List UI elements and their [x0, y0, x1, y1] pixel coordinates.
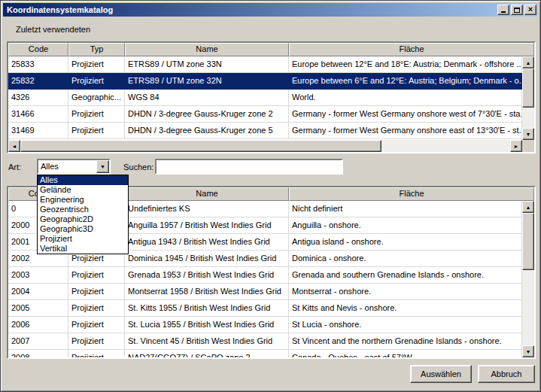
table-row[interactable]: 2004 Projiziert Montserrat 1958 / Britis… — [8, 284, 522, 300]
scroll-thumb[interactable] — [522, 68, 534, 108]
recent-table-body: 25833 Projiziert ETRS89 / UTM zone 33N E… — [8, 56, 534, 140]
cell-name: Anguilla 1957 / British West Indies Grid — [125, 217, 289, 234]
close-button[interactable]: × — [524, 5, 536, 15]
scroll-up-button[interactable]: ▲ — [522, 56, 534, 68]
recent-column-header-name[interactable]: Name — [125, 43, 289, 56]
catalog-vertical-scrollbar[interactable]: ▲ ▼ — [522, 201, 534, 357]
scroll-track[interactable] — [522, 108, 534, 128]
cell-typ: Projiziert — [68, 300, 125, 317]
recent-column-header-flaeche[interactable]: Fläche — [289, 43, 534, 56]
table-row[interactable]: 2006 Projiziert St. Lucia 1955 / British… — [8, 317, 522, 333]
cell-name: ETRS89 / UTM zone 32N — [125, 73, 289, 90]
close-icon: × — [528, 5, 533, 14]
scrollbar-corner — [522, 140, 534, 152]
recent-table: Code Typ Name Fläche 25833 Projiziert ET… — [7, 41, 536, 153]
dropdown-option[interactable]: Vertikal — [38, 244, 128, 254]
arrow-down-icon: ▼ — [526, 349, 531, 354]
cell-typ: Projiziert — [68, 73, 125, 90]
art-filter-combobox[interactable]: Alles ▼ — [37, 159, 111, 175]
scroll-down-button[interactable]: ▼ — [522, 128, 534, 140]
dropdown-option[interactable]: Alles — [38, 175, 128, 185]
select-button[interactable]: Auswählen — [410, 365, 472, 383]
cell-name: St. Vincent 45 / British West Indies Gri… — [125, 333, 289, 350]
cell-flaeche: Grenada and southern Grenadine Islands -… — [289, 267, 522, 284]
cell-code: 2006 — [8, 317, 68, 333]
art-filter-dropdown-list: AllesGeländeEngineeringGeozentrischGeogr… — [37, 175, 129, 254]
maximize-button[interactable] — [511, 5, 523, 15]
table-row[interactable]: 4326 Geographic... WGS 84 World. — [8, 90, 522, 106]
cell-code: 2008 — [8, 350, 68, 357]
search-label: Suchen: — [123, 163, 153, 172]
dropdown-option[interactable]: Projiziert — [38, 234, 128, 244]
minimize-icon — [501, 11, 506, 13]
cell-typ: Projiziert — [68, 267, 125, 284]
cell-flaeche: Dominica - onshore. — [289, 251, 522, 267]
cell-typ: Projiziert — [68, 317, 125, 333]
scroll-up-button[interactable]: ▲ — [522, 201, 534, 213]
scroll-track[interactable] — [522, 270, 534, 345]
dropdown-option[interactable]: Gelände — [38, 185, 128, 195]
dropdown-option[interactable]: Geographic2D — [38, 214, 128, 224]
cell-name: St. Kitts 1955 / British West Indies Gri… — [125, 300, 289, 317]
dialog-window: Koordinatensystemkatalog × Zuletzt verwe… — [0, 0, 541, 392]
cell-typ: Geographic... — [68, 90, 125, 106]
catalog-column-header-name[interactable]: Name — [125, 187, 289, 201]
recent-column-header-code[interactable]: Code — [8, 43, 68, 56]
recent-table-rows: 25833 Projiziert ETRS89 / UTM zone 33N E… — [8, 56, 522, 140]
cell-flaeche: Antigua island - onshore. — [289, 234, 522, 251]
cell-code: 2004 — [8, 284, 68, 300]
scroll-thumb[interactable] — [20, 140, 381, 152]
minimize-button[interactable] — [497, 5, 509, 15]
cell-code: 31469 — [8, 123, 68, 139]
dropdown-option[interactable]: Geographic3D — [38, 224, 128, 234]
scroll-thumb[interactable] — [522, 213, 534, 270]
cell-name: DHDN / 3-degree Gauss-Kruger zone 5 — [125, 123, 289, 139]
arrow-left-icon: ◄ — [12, 144, 17, 149]
cell-name: Undefiniertes KS — [125, 201, 289, 217]
table-row[interactable]: 2007 Projiziert St. Vincent 45 / British… — [8, 333, 522, 350]
cell-code: 25833 — [8, 56, 68, 73]
cell-typ: Projiziert — [68, 284, 125, 300]
window-title: Koordinatensystemkatalog — [7, 5, 497, 14]
cell-name: Montserrat 1958 / British West Indies Gr… — [125, 284, 289, 300]
recent-column-header-typ[interactable]: Typ — [68, 43, 125, 56]
search-input[interactable] — [155, 159, 343, 175]
title-bar[interactable]: Koordinatensystemkatalog × — [3, 3, 538, 17]
table-row[interactable]: 31469 Projiziert DHDN / 3-degree Gauss-K… — [8, 123, 522, 139]
table-row[interactable]: 25833 Projiziert ETRS89 / UTM zone 33N E… — [8, 56, 522, 73]
chevron-down-icon: ▼ — [100, 164, 105, 169]
recent-vertical-scrollbar[interactable]: ▲ ▼ — [522, 56, 534, 140]
cell-name: DHDN / 3-degree Gauss-Kruger zone 2 — [125, 106, 289, 123]
recent-horizontal-scrollbar[interactable]: ◄ ► — [8, 140, 522, 152]
cell-flaeche: St Lucia - onshore. — [289, 317, 522, 333]
cell-flaeche: St Vincent and the northern Grenadine Is… — [289, 333, 522, 350]
table-row[interactable]: 2005 Projiziert St. Kitts 1955 / British… — [8, 300, 522, 317]
table-row[interactable]: 2008 Projiziert NAD27(CGQ77) / SCoPQ zon… — [8, 350, 522, 357]
cell-name: St. Lucia 1955 / British West Indies Gri… — [125, 317, 289, 333]
scroll-right-button[interactable]: ► — [510, 140, 522, 152]
arrow-down-icon: ▼ — [526, 132, 531, 137]
catalog-column-header-flaeche[interactable]: Fläche — [289, 187, 534, 201]
table-row[interactable]: 25832 Projiziert ETRS89 / UTM zone 32N E… — [8, 73, 522, 90]
table-row[interactable]: 31466 Projiziert DHDN / 3-degree Gauss-K… — [8, 106, 522, 123]
cell-name: NAD27(CGQ77) / SCoPQ zone 2 — [125, 350, 289, 357]
cell-flaeche: St Kitts and Nevis - onshore. — [289, 300, 522, 317]
dropdown-option[interactable]: Geozentrisch — [38, 205, 128, 214]
table-row[interactable]: 2003 Projiziert Grenada 1953 / British W… — [8, 267, 522, 284]
cell-name: Antigua 1943 / British West Indies Grid — [125, 234, 289, 251]
combo-dropdown-button[interactable]: ▼ — [96, 160, 109, 173]
cell-code: 31466 — [8, 106, 68, 123]
scroll-left-button[interactable]: ◄ — [8, 140, 20, 152]
scroll-down-button[interactable]: ▼ — [522, 345, 534, 357]
recent-table-header: Code Typ Name Fläche — [8, 43, 534, 56]
scroll-track[interactable] — [381, 140, 510, 152]
cell-typ: Projiziert — [68, 350, 125, 357]
cell-typ: Projiziert — [68, 123, 125, 139]
cell-code: 4326 — [8, 90, 68, 106]
titlebar-buttons: × — [497, 5, 538, 15]
cell-name: ETRS89 / UTM zone 33N — [125, 56, 289, 73]
cell-flaeche: Germany - former West Germany onshore we… — [289, 106, 522, 123]
arrow-up-icon: ▲ — [526, 60, 531, 65]
dropdown-option[interactable]: Engineering — [38, 195, 128, 205]
cancel-button[interactable]: Abbruch — [478, 365, 535, 383]
